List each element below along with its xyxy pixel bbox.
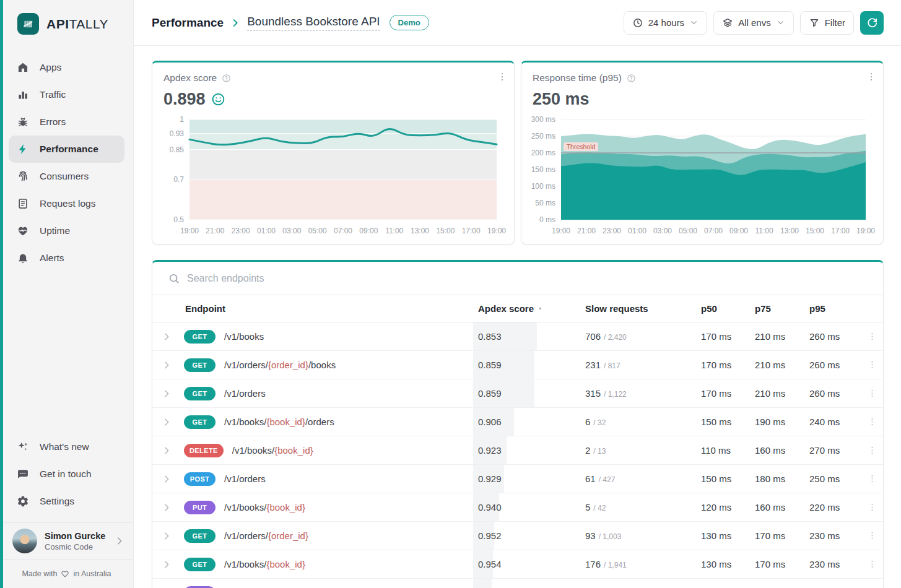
filter-button[interactable]: Filter: [800, 11, 854, 35]
p50-value: 120 ms: [696, 502, 750, 512]
search-input[interactable]: [187, 273, 873, 284]
sidebar-item-consumers[interactable]: Consumers: [9, 163, 124, 190]
sidebar-item-label: Request logs: [40, 198, 95, 209]
p75-value: 170 ms: [750, 559, 804, 569]
expand-row-icon[interactable]: [152, 332, 180, 342]
svg-text:0 ms: 0 ms: [539, 215, 555, 224]
time-range-dropdown[interactable]: 24 hours: [624, 11, 707, 35]
table-header: Endpoint Apdex score Slow requests p50 p…: [152, 295, 883, 322]
apdex-cell: 0.859: [473, 351, 580, 379]
p75-value: 210 ms: [750, 360, 804, 370]
sidebar-item-performance[interactable]: Performance: [9, 136, 124, 163]
table-row[interactable]: GET /v1/orders/{order_id} 0.952 93/ 1,00…: [152, 522, 883, 550]
expand-row-icon[interactable]: [152, 503, 180, 512]
expand-row-icon[interactable]: [152, 360, 180, 370]
apdex-score-value: 0.929: [473, 473, 502, 484]
slow-requests-value: 315/ 1,122: [580, 388, 696, 399]
user-menu[interactable]: Simon Gurcke Cosmic Code: [0, 522, 133, 559]
sidebar-item-label: Performance: [40, 144, 98, 155]
endpoint-path: /v1/books/{book_id}: [224, 502, 305, 512]
card-menu-icon[interactable]: [497, 71, 508, 82]
table-row[interactable]: GET /v1/orders 0.859 315/ 1,122 170 ms 2…: [152, 379, 883, 408]
response-time-value: 250 ms: [533, 90, 590, 109]
response-time-chart: 300 ms250 ms200 ms150 ms100 ms50 ms0 msT…: [531, 116, 876, 242]
svg-text:15:00: 15:00: [806, 227, 824, 235]
gear-icon: [17, 495, 29, 508]
svg-text:09:00: 09:00: [729, 227, 748, 235]
sidebar-item-settings[interactable]: Settings: [9, 488, 124, 515]
apdex-card: Apdex score 0.898 10.930.850.70.519:0021…: [152, 61, 515, 244]
smiley-icon: [211, 92, 225, 106]
svg-text:01:00: 01:00: [257, 227, 276, 235]
svg-text:13:00: 13:00: [780, 227, 799, 235]
sidebar-item-what-s-new[interactable]: What's new: [9, 433, 124, 460]
breadcrumb-app-selector[interactable]: Boundless Bookstore API: [247, 15, 380, 31]
endpoint-path: /v1/orders: [224, 388, 266, 399]
expand-row-icon[interactable]: [152, 389, 180, 399]
row-menu-icon[interactable]: [861, 530, 883, 541]
row-menu-icon[interactable]: [861, 473, 883, 484]
sidebar-item-errors[interactable]: Errors: [9, 108, 124, 136]
expand-row-icon[interactable]: [152, 560, 180, 569]
top-bar: Performance Boundless Bookstore API Demo…: [134, 0, 901, 46]
card-menu-icon[interactable]: [866, 71, 877, 82]
user-org: Cosmic Code: [45, 542, 105, 551]
avatar: [12, 529, 37, 553]
svg-text:23:00: 23:00: [603, 227, 621, 235]
p50-value: 110 ms: [696, 445, 750, 456]
table-row[interactable]: GET /v1/books 0.853 706/ 2,420 170 ms 21…: [152, 322, 883, 351]
help-icon[interactable]: [222, 74, 231, 83]
app-name: APITALLY: [46, 17, 108, 32]
method-badge: GET: [184, 415, 215, 429]
expand-row-icon[interactable]: [152, 531, 180, 541]
expand-row-icon[interactable]: [152, 446, 180, 456]
column-p50[interactable]: p50: [696, 303, 750, 314]
p95-value: 220 ms: [804, 502, 861, 512]
sidebar-item-alerts[interactable]: Alerts: [9, 244, 124, 272]
apitally-logo-icon: [17, 13, 39, 35]
row-menu-icon[interactable]: [861, 502, 883, 512]
slow-requests-value: 5/ 42: [580, 502, 696, 512]
table-row[interactable]: POST /v1/orders 0.929 61/ 427 150 ms 180…: [152, 465, 883, 493]
column-endpoint[interactable]: Endpoint: [180, 303, 473, 314]
column-slow-requests[interactable]: Slow requests: [580, 303, 696, 314]
apdex-score-value: 0.923: [473, 445, 502, 456]
svg-text:15:00: 15:00: [436, 227, 455, 235]
sidebar-item-uptime[interactable]: Uptime: [9, 217, 124, 244]
table-row[interactable]: DELETE /v1/books/{book_id} 0.923 2/ 13 1…: [152, 436, 883, 465]
row-menu-icon[interactable]: [861, 360, 883, 370]
chevron-right-icon: [115, 536, 124, 546]
row-menu-icon[interactable]: [861, 331, 883, 342]
sidebar-item-get-in-touch[interactable]: Get in touch: [9, 460, 124, 488]
svg-text:150 ms: 150 ms: [531, 165, 555, 174]
apdex-card-title: Apdex score: [163, 72, 217, 84]
column-p95[interactable]: p95: [804, 303, 861, 314]
row-menu-icon[interactable]: [861, 445, 883, 456]
table-row[interactable]: GET /v1/orders/{order_id}/books 0.859 23…: [152, 351, 883, 379]
table-row[interactable]: GET /v1/books/{book_id} 0.954 176/ 1,941…: [152, 550, 883, 579]
apdex-cell: 0.859: [473, 379, 580, 407]
p50-value: 170 ms: [696, 360, 750, 370]
column-p75[interactable]: p75: [750, 303, 804, 314]
sidebar-item-request-logs[interactable]: Request logs: [9, 190, 124, 217]
row-menu-icon[interactable]: [861, 388, 883, 399]
environment-dropdown[interactable]: All envs: [713, 11, 794, 35]
help-icon[interactable]: [627, 74, 636, 83]
slow-requests-value: 6/ 32: [580, 417, 696, 427]
row-menu-icon[interactable]: [861, 559, 883, 569]
svg-text:21:00: 21:00: [577, 227, 596, 235]
sidebar-item-traffic[interactable]: Traffic: [9, 81, 124, 108]
sidebar-item-apps[interactable]: Apps: [9, 54, 124, 81]
method-badge: GET: [184, 330, 215, 344]
row-menu-icon[interactable]: [861, 417, 883, 427]
app-logo[interactable]: APITALLY: [0, 0, 133, 38]
expand-row-icon[interactable]: [152, 474, 180, 484]
svg-text:03:00: 03:00: [653, 227, 672, 235]
table-row[interactable]: PUT /v1/books/{book_id} 0.940 5/ 42 120 …: [152, 493, 883, 522]
refresh-button[interactable]: [860, 11, 884, 35]
table-row[interactable]: GET /v1/books/{book_id}/orders 0.906 6/ …: [152, 408, 883, 436]
column-apdex-score[interactable]: Apdex score: [473, 303, 580, 314]
expand-row-icon[interactable]: [152, 417, 180, 427]
table-row[interactable]: PUT /v1/orders/{order_id} 0.957 3/ 23 13…: [152, 579, 883, 588]
svg-text:0.93: 0.93: [170, 129, 185, 138]
